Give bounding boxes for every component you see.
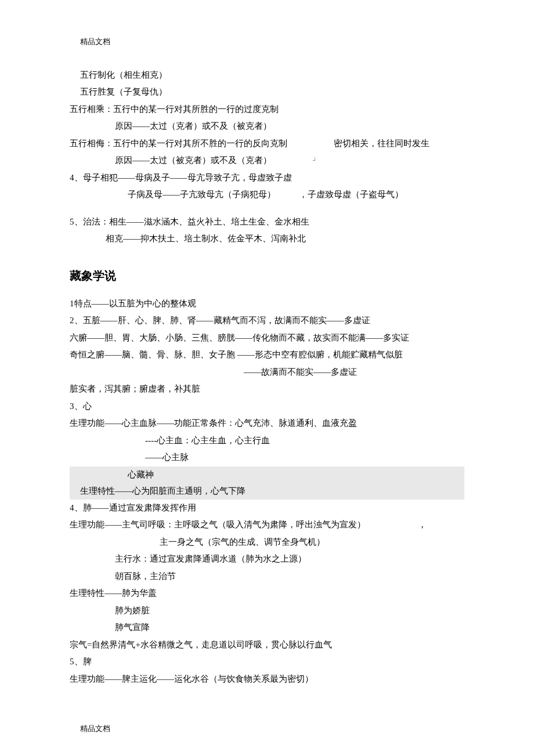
content-line: 4、母子相犯——母病及子——母亢导致子亢，母虚致子虚: [70, 169, 464, 186]
content-text: 原因——太过（被克者）或不及（克者）: [115, 152, 272, 169]
subsection-heading: 5、脾: [70, 653, 464, 670]
content-line: 生理功能——脾主运化——运化水谷（与饮食物关系最为密切）: [70, 671, 464, 688]
content-text: 生理功能——主气司呼吸：主呼吸之气（吸入清气为肃降，呼出浊气为宣发）: [70, 516, 366, 533]
trailing-punctuation: ，: [418, 516, 427, 533]
content-line: 主一身之气（宗气的生成、调节全身气机）: [160, 534, 464, 551]
content-line: 六腑——胆、胃、大肠、小肠、三焦、膀胱——传化物而不藏，故实而不能满——多实证: [70, 330, 464, 346]
content-text: ，子虚致母虚（子盗母气）: [299, 186, 403, 203]
page-footer: 精品文档: [80, 722, 464, 736]
content-text: 生理特性——心为阳脏而主通明，心气下降: [80, 486, 246, 495]
content-line-flex: 原因——太过（被克者）或不及（克者） 」: [70, 152, 464, 169]
content-line: 脏实者，泻其腑；腑虚者，补其脏: [70, 381, 464, 397]
page-header: 精品文档: [80, 35, 464, 49]
content-line: 生理特性——肺为华盖: [70, 585, 464, 602]
highlighted-line: 生理特性——心为阳脏而主通明，心气下降: [70, 483, 464, 500]
content-line: 奇恒之腑——脑、髓、骨、脉、胆、女子胞 ——形态中空有腔似腑，机能贮藏精气似脏: [70, 346, 464, 363]
content-line: 生理功能——心主血脉——功能正常条件：心气充沛、脉道通利、血液充盈: [70, 415, 464, 432]
content-line: 相克——抑木扶土、培土制水、佐金平木、泻南补北: [106, 230, 464, 247]
content-line: 朝百脉，主治节: [115, 568, 464, 585]
content-text: 子病及母——子亢致母亢（子病犯母）: [128, 186, 276, 203]
highlighted-line: 心藏神: [70, 466, 464, 483]
subsection-heading: 4、肺——通过宣发肃降发挥作用: [70, 500, 464, 516]
content-line: 宗气=自然界清气+水谷精微之气，走息道以司呼吸，贯心脉以行血气: [70, 636, 464, 653]
content-line: 五行制化（相生相克）: [80, 67, 464, 84]
right-note-text: 密切相关，往往同时发生: [334, 135, 430, 152]
content-line: 原因——太过（克者）或不及（被克者）: [115, 118, 464, 135]
content-text: 心藏神: [128, 470, 154, 479]
content-line: 肺气宣降: [115, 619, 464, 636]
content-line: 肺为娇脏: [115, 602, 464, 619]
content-line-flex: 子病及母——子亢致母亢（子病犯母） ，子虚致母虚（子盗母气）: [70, 186, 464, 203]
content-line: ——心主脉: [145, 449, 464, 466]
content-line: 1特点——以五脏为中心的整体观: [70, 295, 464, 312]
section-title: 藏象学说: [70, 265, 464, 287]
content-line: 5、治法：相生——滋水涵木、益火补土、培土生金、金水相生: [70, 214, 464, 230]
content-line: 五行相乘：五行中的某一行对其所胜的一行的过度克制: [70, 101, 464, 118]
content-line: ——故满而不能实——多虚证: [244, 364, 464, 381]
content-text: 五行相侮：五行中的某一行对其所不胜的一行的反向克制: [70, 139, 287, 148]
content-line: 五行胜复（子复母仇）: [80, 84, 464, 100]
content-line-flex: 生理功能——主气司呼吸：主呼吸之气（吸入清气为肃降，呼出浊气为宣发） ，: [70, 516, 464, 533]
corner-mark: 」: [312, 152, 319, 169]
content-line: 2、五脏——肝、心、脾、肺、肾——藏精气而不泻，故满而不能实——多虚证: [70, 312, 464, 329]
content-line: ----心主血：心主生血，心主行血: [145, 432, 464, 449]
subsection-heading: 3、心: [70, 398, 464, 415]
content-line: 主行水：通过宣发肃降通调水道（肺为水之上源）: [115, 551, 464, 567]
content-line-with-note: 五行相侮：五行中的某一行对其所不胜的一行的反向克制 密切相关，往往同时发生: [70, 135, 464, 152]
